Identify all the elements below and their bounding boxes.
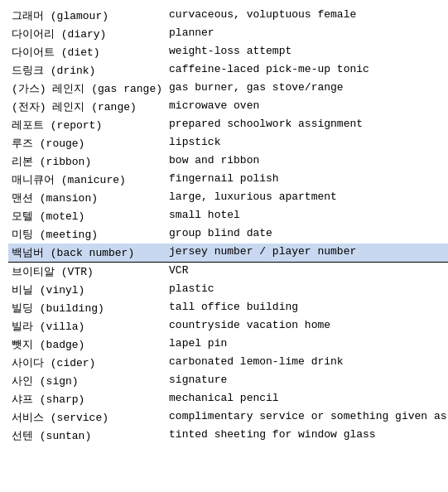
korean-term: 샤프 (sharp) bbox=[8, 390, 166, 408]
english-definition: carbonated lemon-lime drink bbox=[166, 354, 448, 372]
english-definition: group blind date bbox=[166, 225, 448, 244]
korean-term: 비닐 (vinyl) bbox=[8, 281, 166, 299]
english-definition: prepared schoolwork assignment bbox=[166, 116, 448, 134]
english-definition: lipstick bbox=[166, 134, 448, 152]
english-definition: large, luxurious apartment bbox=[166, 189, 448, 207]
table-row: 사이다 (cider)carbonated lemon-lime drink bbox=[8, 354, 448, 372]
table-row: 브이티알 (VTR)VCR bbox=[8, 263, 448, 282]
korean-term: 사인 (sign) bbox=[8, 372, 166, 390]
main-table-container: 그래머 (glamour)curvaceous, voluptuous fema… bbox=[8, 7, 440, 445]
korean-term: 빌라 (villa) bbox=[8, 317, 166, 335]
english-definition: tinted sheeting for window glass bbox=[166, 427, 448, 445]
table-row: 리본 (ribbon)bow and ribbon bbox=[8, 152, 448, 171]
korean-term: 매니큐어 (manicure) bbox=[8, 171, 166, 189]
table-row: 루즈 (rouge)lipstick bbox=[8, 134, 448, 152]
english-definition: caffeine-laced pick-me-up tonic bbox=[166, 61, 448, 80]
table-row: 샤프 (sharp)mechanical pencil bbox=[8, 390, 448, 408]
korean-term: 브이티알 (VTR) bbox=[8, 263, 166, 282]
korean-term: 서비스 (service) bbox=[8, 408, 166, 427]
english-definition: signature bbox=[166, 372, 448, 390]
table-row: 서비스 (service)complimentary service or so… bbox=[8, 408, 448, 427]
korean-term: 미팅 (meeting) bbox=[8, 225, 166, 244]
korean-term: 다이어트 (diet) bbox=[8, 43, 166, 61]
korean-term: (전자) 레인지 (range) bbox=[8, 98, 166, 116]
table-row: (전자) 레인지 (range)microwave oven bbox=[8, 98, 448, 116]
table-row: 다이어리 (diary)planner bbox=[8, 25, 448, 43]
table-row: 레포트 (report)prepared schoolwork assignme… bbox=[8, 116, 448, 134]
english-definition: fingernail polish bbox=[166, 171, 448, 189]
table-row: 매니큐어 (manicure)fingernail polish bbox=[8, 171, 448, 189]
korean-term: 맨션 (mansion) bbox=[8, 189, 166, 207]
english-definition: mechanical pencil bbox=[166, 390, 448, 408]
english-definition: curvaceous, voluptuous female bbox=[166, 7, 448, 25]
korean-term: 사이다 (cider) bbox=[8, 354, 166, 372]
korean-term: 레포트 (report) bbox=[8, 116, 166, 134]
korean-term: 선텐 (suntan) bbox=[8, 427, 166, 445]
korean-term: 그래머 (glamour) bbox=[8, 7, 166, 25]
korean-term: 드링크 (drink) bbox=[8, 61, 166, 80]
english-definition: tall office building bbox=[166, 299, 448, 317]
table-row: 백넘버 (back number)jersey number / player … bbox=[8, 244, 448, 263]
table-row: 그래머 (glamour)curvaceous, voluptuous fema… bbox=[8, 7, 448, 25]
table-row: 맨션 (mansion)large, luxurious apartment bbox=[8, 189, 448, 207]
english-definition: gas burner, gas stove/range bbox=[166, 80, 448, 98]
table-row: 뺏지 (badge)lapel pin bbox=[8, 335, 448, 354]
table-row: 드링크 (drink)caffeine-laced pick-me-up ton… bbox=[8, 61, 448, 80]
korean-term: 모텔 (motel) bbox=[8, 207, 166, 225]
english-definition: microwave oven bbox=[166, 98, 448, 116]
table-row: 사인 (sign)signature bbox=[8, 372, 448, 390]
table-row: 다이어트 (diet)weight-loss attempt bbox=[8, 43, 448, 61]
table-row: 빌라 (villa)countryside vacation home bbox=[8, 317, 448, 335]
korean-term: (가스) 레인지 (gas range) bbox=[8, 80, 166, 98]
english-definition: plastic bbox=[166, 281, 448, 299]
english-definition: countryside vacation home bbox=[166, 317, 448, 335]
korean-term: 루즈 (rouge) bbox=[8, 134, 166, 152]
korean-term: 다이어리 (diary) bbox=[8, 25, 166, 43]
english-definition: VCR bbox=[166, 263, 448, 282]
korean-term: 백넘버 (back number) bbox=[8, 244, 166, 263]
table-row: (가스) 레인지 (gas range)gas burner, gas stov… bbox=[8, 80, 448, 98]
vocabulary-table: 그래머 (glamour)curvaceous, voluptuous fema… bbox=[8, 7, 448, 445]
table-row: 선텐 (suntan)tinted sheeting for window gl… bbox=[8, 427, 448, 445]
table-row: 모텔 (motel)small hotel bbox=[8, 207, 448, 225]
korean-term: 리본 (ribbon) bbox=[8, 152, 166, 171]
english-definition: small hotel bbox=[166, 207, 448, 225]
english-definition: complimentary service or something given… bbox=[166, 408, 448, 427]
english-definition: planner bbox=[166, 25, 448, 43]
english-definition: weight-loss attempt bbox=[166, 43, 448, 61]
table-row: 빌딩 (building)tall office building bbox=[8, 299, 448, 317]
english-definition: lapel pin bbox=[166, 335, 448, 354]
korean-term: 빌딩 (building) bbox=[8, 299, 166, 317]
table-row: 비닐 (vinyl)plastic bbox=[8, 281, 448, 299]
english-definition: bow and ribbon bbox=[166, 152, 448, 171]
table-row: 미팅 (meeting)group blind date bbox=[8, 225, 448, 244]
english-definition: jersey number / player number bbox=[166, 244, 448, 263]
korean-term: 뺏지 (badge) bbox=[8, 335, 166, 354]
